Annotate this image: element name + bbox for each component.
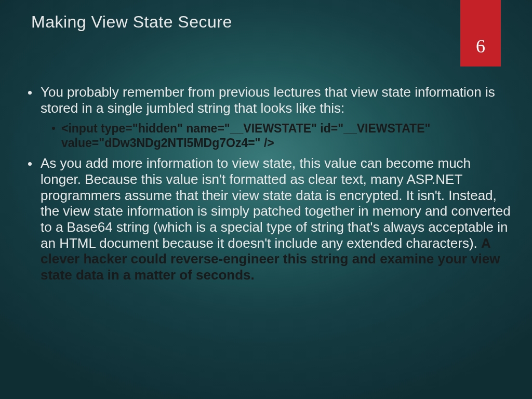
bullet-intro-text: You probably remember from previous lect… bbox=[41, 84, 495, 116]
bullet-explain-light: As you add more information to view stat… bbox=[41, 155, 511, 250]
slide-body: You probably remember from previous lect… bbox=[21, 84, 511, 288]
bullet-explain: As you add more information to view stat… bbox=[21, 155, 511, 283]
code-snippet: <input type="hidden" name="__VIEWSTATE" … bbox=[41, 121, 511, 150]
bullet-intro: You probably remember from previous lect… bbox=[21, 84, 511, 150]
slide-title: Making View State Secure bbox=[31, 12, 232, 32]
page-ribbon: 6 bbox=[460, 0, 501, 66]
page-number: 6 bbox=[476, 35, 485, 57]
